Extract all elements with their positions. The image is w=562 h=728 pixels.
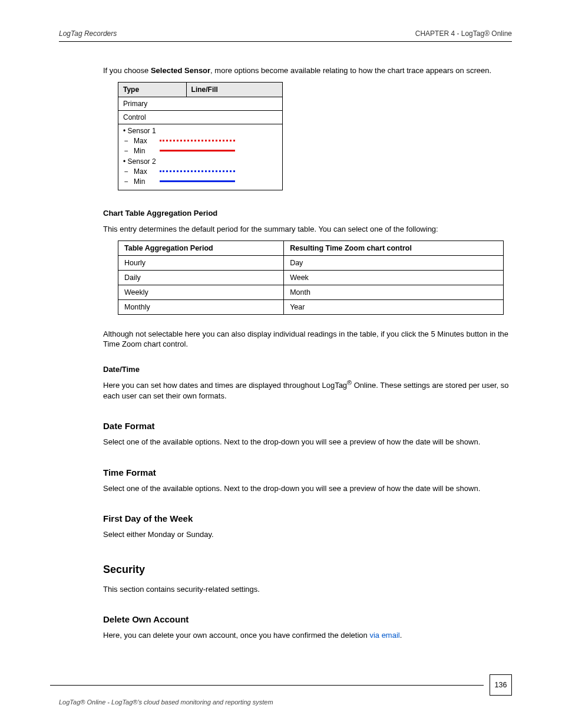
paragraph-dateformat: Select one of the available options. Nex… xyxy=(103,437,512,447)
paragraph-datetime: Here you can set how dates and times are… xyxy=(103,378,512,401)
dash-icon: − xyxy=(123,137,129,145)
page-footer: 136 xyxy=(50,674,512,696)
aggregation-table: Table Aggregation Period Resulting Time … xyxy=(118,241,504,315)
heading-security: Security xyxy=(103,564,512,576)
footer-caption: LogTag® Online - LogTag®'s cloud based m… xyxy=(59,699,273,706)
line-sample-red-solid xyxy=(160,150,235,151)
th-line: Line/Fill xyxy=(186,82,282,97)
paragraph-5min: Although not selectable here you can als… xyxy=(103,329,512,350)
th-period: Table Aggregation Period xyxy=(118,241,284,255)
table-row: MonthlyYear xyxy=(118,299,504,314)
heading-aggregation: Chart Table Aggregation Period xyxy=(103,208,512,219)
paragraph-intro: If you choose Selected Sensor, more opti… xyxy=(103,65,512,76)
dash-icon: − xyxy=(123,177,129,186)
sub-max: Max xyxy=(134,137,155,145)
page-header: LogTag Recorders CHAPTER 4 - LogTag® Onl… xyxy=(59,29,512,42)
page-number-box: 136 xyxy=(490,674,512,696)
line-sample-blue-solid xyxy=(160,180,235,182)
paragraph-aggregation: This entry determines the default period… xyxy=(103,224,512,235)
dash-icon: − xyxy=(123,147,129,155)
line-sample-blue-dotted xyxy=(160,170,235,172)
line-sample-red-dotted xyxy=(160,140,235,141)
sub-min: Min xyxy=(134,147,155,155)
linefill-table: Type Line/Fill Primary Control • Sensor … xyxy=(118,82,283,190)
heading-timeformat: Time Format xyxy=(103,467,512,477)
sub-max: Max xyxy=(134,167,155,176)
heading-dateformat: Date Format xyxy=(103,421,512,431)
bullet-icon: • xyxy=(123,127,125,135)
row-control: Control xyxy=(118,110,283,124)
th-type: Type xyxy=(118,82,187,97)
heading-datetime: Date/Time xyxy=(103,365,512,374)
paragraph-timeformat: Select one of the available options. Nex… xyxy=(103,483,512,494)
table-row: DailyWeek xyxy=(118,270,504,285)
sensor1-label: Sensor 1 xyxy=(128,127,156,135)
row-sensors: • Sensor 1 − Max − Min • Sensor 2 − Max xyxy=(118,124,283,190)
sensor2-label: Sensor 2 xyxy=(128,157,156,166)
bullet-icon: • xyxy=(123,157,125,166)
th-zoom: Resulting Time Zoom chart control xyxy=(284,241,504,255)
table-row: HourlyDay xyxy=(118,255,504,270)
link-via-email[interactable]: via email xyxy=(369,631,399,640)
paragraph-delete-account: Here, you can delete your own account, o… xyxy=(103,630,512,641)
paragraph-firstday: Select either Monday or Sunday. xyxy=(103,529,512,540)
row-primary: Primary xyxy=(118,97,283,110)
sub-min: Min xyxy=(134,177,155,186)
header-brand: LogTag Recorders xyxy=(59,29,117,38)
heading-delete-account: Delete Own Account xyxy=(103,614,512,624)
table-row: WeeklyMonth xyxy=(118,285,504,299)
dash-icon: − xyxy=(123,167,129,176)
header-chapter: CHAPTER 4 - LogTag® Online xyxy=(415,29,512,38)
footer-rule xyxy=(50,685,484,686)
heading-firstday: First Day of the Week xyxy=(103,513,512,523)
paragraph-security: This section contains security-related s… xyxy=(103,584,512,595)
